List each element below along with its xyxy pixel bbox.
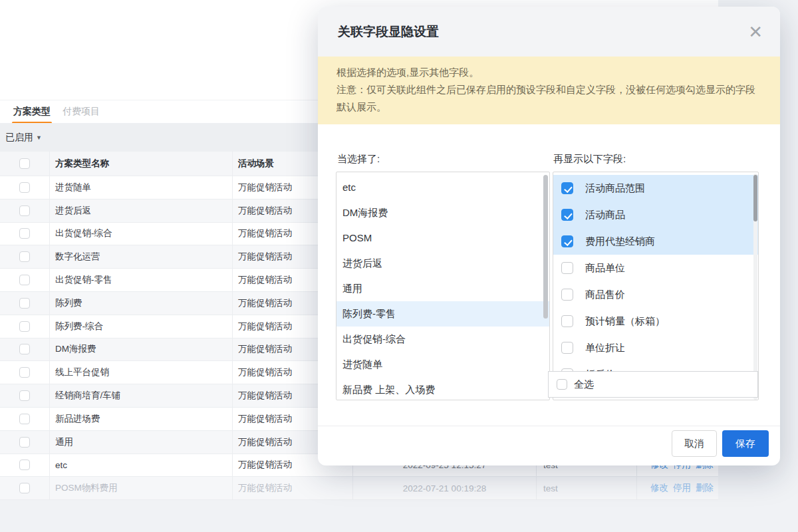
option-item[interactable]: etc xyxy=(336,175,549,200)
row-checkbox[interactable] xyxy=(19,344,30,354)
row-checkbox[interactable] xyxy=(19,460,30,470)
tab[interactable]: 付费项目 xyxy=(63,100,100,124)
modal-header: 关联字段显隐设置 ✕ xyxy=(318,7,780,57)
header-name: 方案类型名称 xyxy=(50,152,233,176)
header-checkbox[interactable] xyxy=(19,158,30,169)
option-item[interactable]: 出货促销-综合 xyxy=(336,327,549,352)
row-checkbox[interactable] xyxy=(19,321,30,332)
checkbox-checked-icon[interactable] xyxy=(561,182,573,194)
field-item-label: 预计销量（标箱） xyxy=(585,315,665,328)
status-filter[interactable]: 已启用 ▼ xyxy=(5,132,42,144)
option-item[interactable]: POSM xyxy=(336,225,549,251)
row-checkbox-cell xyxy=(0,408,50,430)
row-checkbox[interactable] xyxy=(19,483,30,493)
row-checkbox[interactable] xyxy=(19,228,30,239)
field-item[interactable]: 活动商品范围 xyxy=(553,175,758,201)
row-checkbox-cell xyxy=(0,176,50,199)
row-checkbox[interactable] xyxy=(19,275,30,285)
row-checkbox-cell xyxy=(0,454,50,477)
option-item[interactable]: 进货后返 xyxy=(336,251,549,276)
checkbox-checked-icon[interactable] xyxy=(561,209,573,221)
field-item[interactable]: 活动商品 xyxy=(553,201,758,228)
row-checkbox[interactable] xyxy=(19,437,30,448)
field-item-label: 单位折让 xyxy=(585,342,625,354)
field-item-label: 活动商品 xyxy=(585,209,625,221)
cell-name: 通用 xyxy=(50,431,233,454)
cell-name: 出货促销-综合 xyxy=(50,223,233,245)
field-item-label: 商品单位 xyxy=(585,262,625,275)
cell-name: 经销商培育/车铺 xyxy=(50,384,233,407)
footer-divider xyxy=(318,426,780,426)
notice-banner: 根据选择的选项,显示其他字段。 注意：仅可关联此组件之后已保存启用的预设字段和自… xyxy=(318,57,780,124)
option-item[interactable]: 通用 xyxy=(336,276,549,301)
checkbox-unchecked-icon[interactable] xyxy=(561,342,573,354)
option-item[interactable]: 进货随单 xyxy=(336,352,549,377)
tab[interactable]: 方案类型 xyxy=(13,100,51,124)
field-visibility-modal: 关联字段显隐设置 ✕ 根据选择的选项,显示其他字段。 注意：仅可关联此组件之后已… xyxy=(318,7,780,466)
table-row: POSM物料费用万能促销活动2022-07-21 00:19:28test修改停… xyxy=(0,477,718,500)
field-item-label: 活动商品范围 xyxy=(585,182,645,195)
row-checkbox[interactable] xyxy=(19,251,30,262)
row-checkbox-cell xyxy=(0,315,50,338)
row-checkbox[interactable] xyxy=(19,367,30,378)
action-link[interactable]: 删除 xyxy=(696,482,714,494)
cell-name: 进货后返 xyxy=(50,200,233,222)
row-checkbox-cell xyxy=(0,338,50,361)
action-link[interactable]: 停用 xyxy=(673,482,691,494)
option-item[interactable]: DM海报费 xyxy=(336,200,549,225)
save-button[interactable]: 保存 xyxy=(722,430,769,457)
field-item[interactable]: 单位折让 xyxy=(553,334,758,361)
notice-line-1: 根据选择的选项,显示其他字段。 xyxy=(336,64,761,81)
field-item[interactable]: 费用代垫经销商 xyxy=(553,228,758,255)
field-item[interactable]: 商品售价 xyxy=(553,281,758,308)
checkbox-unchecked-icon[interactable] xyxy=(561,262,573,274)
right-list-scrollbar[interactable] xyxy=(753,175,757,221)
row-checkbox-cell xyxy=(0,431,50,454)
row-checkbox[interactable] xyxy=(19,182,30,193)
cell-name: 陈列费-综合 xyxy=(50,315,233,338)
action-link[interactable]: 修改 xyxy=(650,482,668,494)
row-checkbox-cell xyxy=(0,223,50,245)
row-checkbox-cell xyxy=(0,361,50,384)
row-checkbox[interactable] xyxy=(19,205,30,216)
left-list-scrollbar[interactable] xyxy=(543,175,548,319)
cell-name: 进货随单 xyxy=(50,176,233,199)
status-filter-label: 已启用 xyxy=(5,132,33,144)
cell-name: 出货促销-零售 xyxy=(50,269,233,291)
field-item[interactable]: 商品单位 xyxy=(553,255,758,281)
row-checkbox[interactable] xyxy=(19,298,30,309)
row-checkbox-cell xyxy=(0,292,50,315)
app-root: 方案类型付费项目 已启用 ▼ 方案类型名称 活动场景 进货随单万能促销活动进货后… xyxy=(0,0,798,532)
checkbox-unchecked-icon[interactable] xyxy=(561,315,573,327)
cell-actions: 修改停用删除 xyxy=(637,477,718,499)
cell-name: 陈列费 xyxy=(50,292,233,315)
row-checkbox-cell xyxy=(0,384,50,407)
row-checkbox[interactable] xyxy=(19,390,30,401)
close-icon[interactable]: ✕ xyxy=(748,23,763,41)
select-all-row[interactable]: 全选 xyxy=(548,371,758,398)
row-checkbox[interactable] xyxy=(19,414,30,424)
left-column-label: 当选择了: xyxy=(337,153,380,166)
checkbox-checked-icon[interactable] xyxy=(561,235,573,247)
option-item[interactable]: 陈列费-零售 xyxy=(336,301,549,327)
cell-name: POSM物料费用 xyxy=(50,477,233,499)
cell-creator: test xyxy=(537,477,637,499)
checkbox-unchecked-icon[interactable] xyxy=(561,289,573,301)
option-item[interactable]: 新品费 上架、入场费 xyxy=(336,377,549,400)
notice-line-2: 注意：仅可关联此组件之后已保存启用的预设字段和自定义字段，没被任何选项勾选显示的… xyxy=(336,81,761,116)
field-item-label: 费用代垫经销商 xyxy=(585,235,655,248)
cell-scene: 万能促销活动 xyxy=(233,477,353,499)
right-column-label: 再显示以下字段: xyxy=(553,153,626,166)
fields-checklist: 活动商品范围活动商品费用代垫经销商商品单位商品售价预计销量（标箱）单位折让折后价 xyxy=(553,172,759,400)
cancel-button[interactable]: 取消 xyxy=(672,430,717,457)
row-checkbox-cell xyxy=(0,245,50,268)
header-checkbox-cell xyxy=(0,152,50,176)
caret-down-icon: ▼ xyxy=(36,134,42,141)
modal-title: 关联字段显隐设置 xyxy=(338,23,439,41)
select-all-checkbox[interactable] xyxy=(557,379,567,390)
cell-name: etc xyxy=(50,454,233,477)
cell-name: 数字化运营 xyxy=(50,245,233,268)
cell-name: 线上平台促销 xyxy=(50,361,233,384)
field-item[interactable]: 预计销量（标箱） xyxy=(553,308,758,334)
cell-name: 新品进场费 xyxy=(50,408,233,430)
